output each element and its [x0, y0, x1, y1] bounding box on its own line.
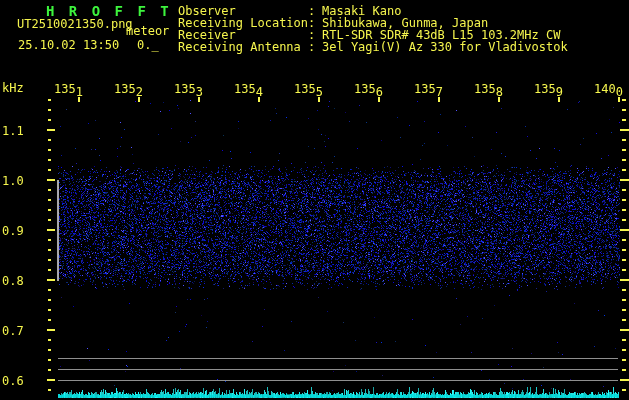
y-axis-major-tick	[47, 379, 55, 381]
y-axis-major-tick	[47, 229, 55, 231]
y-axis-minor-tick-right	[622, 159, 626, 161]
y-axis-minor-tick	[48, 309, 51, 311]
y-axis-minor-tick	[48, 159, 51, 161]
y-axis-minor-tick-right	[622, 349, 626, 351]
y-axis-major-tick-right	[620, 279, 629, 281]
x-axis-tick-label: 1352	[114, 82, 143, 96]
y-axis-minor-tick-right	[622, 169, 626, 171]
y-axis-major-tick-right	[620, 179, 629, 181]
y-axis-minor-tick	[48, 139, 51, 141]
y-axis-minor-tick-right	[622, 99, 626, 101]
y-axis-minor-tick	[48, 199, 51, 201]
y-axis-tick-label: 0.6	[2, 374, 24, 388]
y-axis-minor-tick	[48, 219, 51, 221]
x-axis-tick-label: 1400	[594, 82, 623, 96]
station-row-colon: :	[308, 41, 322, 53]
y-axis-minor-tick	[48, 389, 51, 391]
x-axis-tick-label: 1355	[294, 82, 323, 96]
y-axis-minor-tick-right	[622, 149, 626, 151]
y-axis-minor-tick-right	[622, 289, 626, 291]
y-axis-minor-tick	[48, 259, 51, 261]
y-axis-minor-tick-right	[622, 359, 626, 361]
y-axis-minor-tick	[48, 149, 51, 151]
y-axis-minor-tick	[48, 349, 51, 351]
datetime-label: 25.10.02 13:50	[18, 38, 119, 52]
y-axis-major-tick-right	[620, 229, 629, 231]
y-axis-minor-tick-right	[622, 219, 626, 221]
y-axis-minor-tick	[48, 119, 51, 121]
observation-label: meteor	[126, 24, 169, 38]
station-info-block: Observer:Masaki KanoReceiving Location:S…	[178, 5, 568, 53]
y-axis-unit-label: kHz	[2, 81, 24, 95]
y-axis-minor-tick	[48, 249, 51, 251]
y-axis-minor-tick	[48, 299, 51, 301]
y-axis-major-tick-right	[620, 379, 629, 381]
y-axis-minor-tick	[48, 169, 51, 171]
y-axis-tick-label: 1.0	[2, 174, 24, 188]
hrofft-screen: H R O F F T UT2510021350.png meteor 25.1…	[0, 0, 629, 400]
y-axis-tick-label: 0.7	[2, 324, 24, 338]
x-axis-tick-label: 1354	[234, 82, 263, 96]
station-row-value: 3el Yagi(V) Az 330 for Vladivostok	[322, 40, 568, 54]
x-axis-tick-label: 1359	[534, 82, 563, 96]
x-axis-tick-label: 1358	[474, 82, 503, 96]
y-axis-minor-tick	[48, 189, 51, 191]
y-axis-major-tick	[47, 279, 55, 281]
y-axis-minor-tick-right	[622, 369, 626, 371]
y-axis-minor-tick	[48, 339, 51, 341]
y-axis-minor-tick	[48, 369, 51, 371]
y-axis-major-tick-right	[620, 129, 629, 131]
output-filename: UT2510021350.png	[17, 17, 133, 31]
reference-line	[58, 380, 618, 381]
y-axis-minor-tick	[48, 109, 51, 111]
y-axis-minor-tick-right	[622, 139, 626, 141]
spectrogram-start-marker	[57, 180, 59, 281]
reference-line	[58, 369, 618, 370]
y-axis-minor-tick	[48, 269, 51, 271]
y-axis-minor-tick-right	[622, 339, 626, 341]
echo-counter: 0._	[137, 38, 159, 52]
y-axis-minor-tick	[48, 289, 51, 291]
x-axis-tick-label: 1353	[174, 82, 203, 96]
spectrogram-noise-canvas	[0, 0, 629, 400]
station-row-label: Receiving Antenna	[178, 41, 308, 53]
x-axis-tick-label: 1356	[354, 82, 383, 96]
y-axis-minor-tick	[48, 359, 51, 361]
y-axis-major-tick	[47, 129, 55, 131]
y-axis-minor-tick-right	[622, 389, 626, 391]
station-row-receiving-antenna: Receiving Antenna:3el Yagi(V) Az 330 for…	[178, 41, 568, 53]
y-axis-major-tick-right	[620, 329, 629, 331]
y-axis-minor-tick	[48, 99, 51, 101]
y-axis-minor-tick-right	[622, 209, 626, 211]
y-axis-minor-tick-right	[622, 269, 626, 271]
y-axis-minor-tick-right	[622, 109, 626, 111]
y-axis-minor-tick-right	[622, 249, 626, 251]
y-axis-tick-label: 1.1	[2, 124, 24, 138]
y-axis-major-tick	[47, 329, 55, 331]
x-axis-tick-label: 1351	[54, 82, 83, 96]
reference-line	[58, 358, 618, 359]
y-axis-minor-tick-right	[622, 199, 626, 201]
y-axis-minor-tick-right	[622, 119, 626, 121]
y-axis-minor-tick-right	[622, 259, 626, 261]
y-axis-minor-tick-right	[622, 189, 626, 191]
y-axis-major-tick	[47, 179, 55, 181]
y-axis-minor-tick	[48, 209, 51, 211]
y-axis-minor-tick-right	[622, 239, 626, 241]
y-axis-minor-tick	[48, 319, 51, 321]
y-axis-tick-label: 0.9	[2, 224, 24, 238]
y-axis-minor-tick-right	[622, 309, 626, 311]
y-axis-minor-tick-right	[622, 319, 626, 321]
y-axis-minor-tick	[48, 239, 51, 241]
y-axis-minor-tick-right	[622, 299, 626, 301]
y-axis-tick-label: 0.8	[2, 274, 24, 288]
x-axis-tick-label: 1357	[414, 82, 443, 96]
